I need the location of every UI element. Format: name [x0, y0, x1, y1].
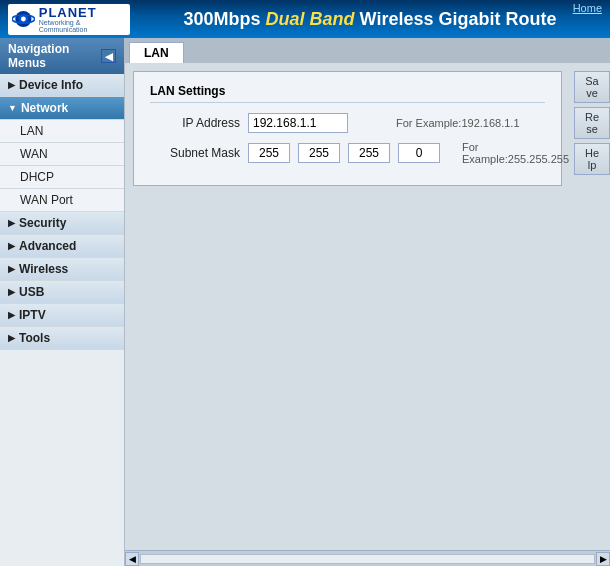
sidebar-label-advanced: Advanced [19, 239, 76, 253]
home-link[interactable]: Home [573, 2, 602, 14]
sidebar-label-wan-port: WAN Port [20, 193, 73, 207]
sidebar-item-device-info[interactable]: ▶ Device Info [0, 74, 124, 97]
svg-point-3 [21, 17, 26, 22]
subnet-mask-label: Subnet Mask [150, 146, 240, 160]
arrow-icon-network: ▼ [8, 103, 17, 113]
main-layout: Navigation Menus ◀ ▶ Device Info ▼ Netwo… [0, 38, 610, 566]
tab-lan-label: LAN [144, 46, 169, 60]
help-button[interactable]: Help [574, 143, 610, 175]
sidebar-label-tools: Tools [19, 331, 50, 345]
arrow-icon-advanced: ▶ [8, 241, 15, 251]
planet-logo-icon [12, 7, 35, 31]
sidebar-header: Navigation Menus ◀ [0, 38, 124, 74]
logo-text: PLANET Networking & Communication [39, 6, 126, 33]
ip-address-input[interactable] [248, 113, 348, 133]
title-part2: Wireless Gigabit Route [355, 9, 557, 29]
title-part1: 300Mbps [184, 9, 266, 29]
content-area: LAN LAN Settings IP Address For Example:… [125, 38, 610, 566]
tab-lan[interactable]: LAN [129, 42, 184, 63]
sidebar-item-iptv[interactable]: ▶ IPTV [0, 304, 124, 327]
form-panel: LAN Settings IP Address For Example:192.… [133, 71, 562, 186]
form-section-title: LAN Settings [150, 84, 545, 103]
sidebar-label-dhcp: DHCP [20, 170, 54, 184]
sidebar-item-wan[interactable]: WAN [0, 143, 124, 166]
arrow-icon-usb: ▶ [8, 287, 15, 297]
tab-bar: LAN [125, 38, 610, 63]
sidebar-collapse-button[interactable]: ◀ [101, 49, 116, 63]
scroll-track[interactable] [140, 554, 595, 564]
subnet-mask-row: Subnet Mask 255254252 2482402240 2552542… [150, 141, 545, 165]
subnet-octet2-select[interactable]: 255254252 2482402240 [298, 143, 340, 163]
logo: PLANET Networking & Communication [8, 4, 130, 35]
sidebar-item-wan-port[interactable]: WAN Port [0, 189, 124, 212]
title-dual: Dual [266, 9, 305, 29]
sidebar-label-network: Network [21, 101, 68, 115]
subnet-mask-example: For Example:255.255.255.0 [462, 141, 570, 165]
title-band: Band [310, 9, 355, 29]
sidebar-label-security: Security [19, 216, 66, 230]
sidebar-label-wireless: Wireless [19, 262, 68, 276]
form-area: LAN Settings IP Address For Example:192.… [125, 63, 570, 550]
sidebar-item-wireless[interactable]: ▶ Wireless [0, 258, 124, 281]
arrow-icon-wireless: ▶ [8, 264, 15, 274]
arrow-icon-security: ▶ [8, 218, 15, 228]
subnet-octet3-select[interactable]: 255254252 2482402240 [348, 143, 390, 163]
right-buttons-panel: Save Rese Help [570, 63, 610, 550]
scroll-left-arrow[interactable]: ◀ [125, 552, 139, 566]
arrow-icon-iptv: ▶ [8, 310, 15, 320]
sidebar-title: Navigation Menus [8, 42, 101, 70]
reset-button[interactable]: Rese [574, 107, 610, 139]
arrow-icon-device-info: ▶ [8, 80, 15, 90]
sidebar: Navigation Menus ◀ ▶ Device Info ▼ Netwo… [0, 38, 125, 566]
sidebar-item-network[interactable]: ▼ Network [0, 97, 124, 120]
sidebar-label-iptv: IPTV [19, 308, 46, 322]
save-button[interactable]: Save [574, 71, 610, 103]
page-title: 300Mbps Dual Band Wireless Gigabit Route [130, 9, 610, 30]
content-body: LAN Settings IP Address For Example:192.… [125, 63, 610, 550]
brand-name: PLANET [39, 6, 126, 19]
sidebar-label-usb: USB [19, 285, 44, 299]
sidebar-item-tools[interactable]: ▶ Tools [0, 327, 124, 350]
sidebar-label-device-info: Device Info [19, 78, 83, 92]
logo-area: PLANET Networking & Communication [0, 4, 130, 35]
arrow-icon-tools: ▶ [8, 333, 15, 343]
ip-address-example: For Example:192.168.1.1 [396, 117, 520, 129]
sidebar-item-lan[interactable]: LAN [0, 120, 124, 143]
subnet-octet1-select[interactable]: 255254252 2482402240 [248, 143, 290, 163]
header: PLANET Networking & Communication 300Mbp… [0, 0, 610, 38]
sidebar-item-usb[interactable]: ▶ USB [0, 281, 124, 304]
sidebar-item-dhcp[interactable]: DHCP [0, 166, 124, 189]
subnet-octet4-select[interactable]: 0128192 224240248 252254255 [398, 143, 440, 163]
brand-tagline: Networking & Communication [39, 19, 126, 33]
ip-address-label: IP Address [150, 116, 240, 130]
sidebar-label-wan: WAN [20, 147, 48, 161]
sidebar-item-security[interactable]: ▶ Security [0, 212, 124, 235]
scroll-right-arrow[interactable]: ▶ [596, 552, 610, 566]
ip-address-control [248, 113, 348, 133]
horizontal-scrollbar: ◀ ▶ [125, 550, 610, 566]
sidebar-label-lan: LAN [20, 124, 43, 138]
sidebar-item-advanced[interactable]: ▶ Advanced [0, 235, 124, 258]
subnet-mask-control: 255254252 2482402240 255254252 248240224… [248, 143, 444, 163]
ip-address-row: IP Address For Example:192.168.1.1 [150, 113, 545, 133]
